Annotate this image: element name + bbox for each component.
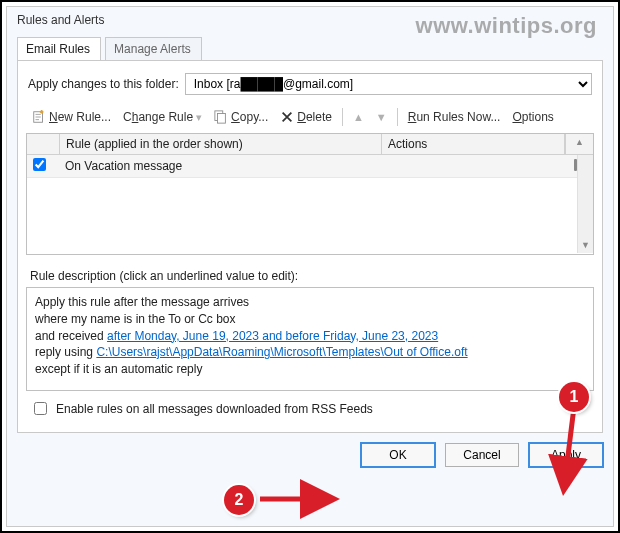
copy-button[interactable]: Copy...	[208, 106, 274, 128]
move-up-button[interactable]: ▲	[347, 107, 370, 127]
arrow-up-icon: ▲	[353, 111, 364, 123]
change-rule-button[interactable]: Change Rule ▾	[117, 106, 208, 128]
rules-col-rule[interactable]: Rule (applied in the order shown)	[60, 134, 382, 154]
run-rules-button[interactable]: Run Rules Now...	[402, 106, 507, 128]
new-rule-icon	[32, 110, 46, 124]
cancel-button[interactable]: Cancel	[445, 443, 519, 467]
scroll-up-icon[interactable]: ▲	[565, 134, 593, 154]
tab-manage-alerts[interactable]: Manage Alerts	[105, 37, 202, 60]
scrollbar[interactable]: ▼	[577, 155, 593, 253]
table-row[interactable]: On Vacation message	[27, 155, 593, 178]
rule-name: On Vacation message	[59, 156, 411, 176]
rss-checkbox[interactable]	[34, 402, 47, 415]
move-down-button[interactable]: ▼	[370, 107, 393, 127]
copy-icon	[214, 110, 228, 124]
dialog-title: Rules and Alerts	[7, 7, 613, 27]
desc-line: Apply this rule after the message arrive…	[35, 294, 585, 311]
template-path-link[interactable]: C:\Users\rajst\AppData\Roaming\Microsoft…	[96, 345, 467, 359]
desc-line: where my name is in the To or Cc box	[35, 311, 585, 328]
desc-line: reply using C:\Users\rajst\AppData\Roami…	[35, 344, 585, 361]
new-rule-button[interactable]: NNew Rule...ew Rule...	[26, 106, 117, 128]
folder-select[interactable]: Inbox [ra█████@gmail.com]	[185, 73, 592, 95]
arrow-down-icon: ▼	[376, 111, 387, 123]
desc-line: and received after Monday, June 19, 2023…	[35, 328, 585, 345]
options-button[interactable]: Options	[506, 106, 559, 128]
apply-button[interactable]: Apply	[529, 443, 603, 467]
ok-button[interactable]: OK	[361, 443, 435, 467]
rule-description: Apply this rule after the message arrive…	[26, 287, 594, 391]
chevron-down-icon: ▾	[196, 111, 202, 124]
rules-table: Rule (applied in the order shown) Action…	[26, 133, 594, 255]
delete-button[interactable]: Delete	[274, 106, 338, 128]
description-label: Rule description (click an underlined va…	[30, 269, 590, 283]
delete-x-icon	[280, 110, 294, 124]
rules-col-actions[interactable]: Actions	[382, 134, 565, 154]
apply-folder-label: Apply changes to this folder:	[28, 77, 179, 91]
svg-rect-2	[218, 114, 226, 124]
tab-email-rules[interactable]: Email Rules	[17, 37, 101, 60]
scroll-down-icon[interactable]: ▼	[578, 238, 593, 253]
rule-checkbox[interactable]	[33, 158, 46, 171]
rss-checkbox-label: Enable rules on all messages downloaded …	[56, 402, 373, 416]
desc-line: except if it is an automatic reply	[35, 361, 585, 378]
date-range-link[interactable]: after Monday, June 19, 2023 and before F…	[107, 329, 438, 343]
toolbar: NNew Rule...ew Rule... Change Rule ▾ Cop…	[26, 105, 594, 129]
